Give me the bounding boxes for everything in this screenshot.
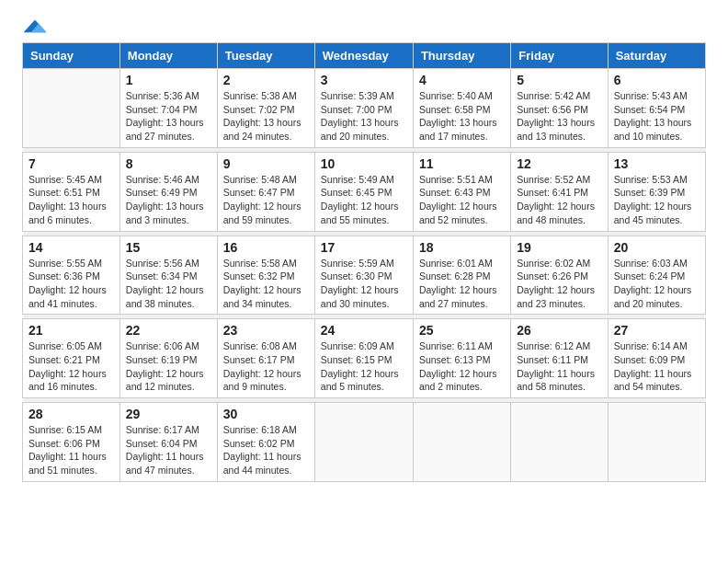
calendar-cell [413,403,510,482]
weekday-header: Tuesday [217,43,314,69]
calendar-cell [314,403,413,482]
day-number: 11 [419,156,505,171]
day-number: 13 [614,156,700,171]
logo-icon [22,18,48,35]
calendar-cell: 10Sunrise: 5:49 AMSunset: 6:45 PMDayligh… [314,152,413,231]
day-number: 20 [614,240,700,255]
calendar-week-row: 21Sunrise: 6:05 AMSunset: 6:21 PMDayligh… [23,319,706,398]
calendar-cell: 30Sunrise: 6:18 AMSunset: 6:02 PMDayligh… [217,403,314,482]
calendar-cell: 25Sunrise: 6:11 AMSunset: 6:13 PMDayligh… [413,319,510,398]
calendar-cell: 9Sunrise: 5:48 AMSunset: 6:47 PMDaylight… [217,152,314,231]
day-number: 10 [321,156,407,171]
day-info: Sunrise: 5:51 AMSunset: 6:43 PMDaylight:… [419,173,505,227]
day-info: Sunrise: 5:53 AMSunset: 6:39 PMDaylight:… [614,173,700,227]
day-number: 17 [321,240,407,255]
day-info: Sunrise: 6:14 AMSunset: 6:09 PMDaylight:… [614,339,700,394]
day-number: 1 [126,73,211,87]
day-number: 24 [321,323,407,338]
day-number: 5 [517,73,601,87]
day-number: 4 [419,73,505,87]
calendar-cell: 4Sunrise: 5:40 AMSunset: 6:58 PMDaylight… [413,69,510,148]
day-info: Sunrise: 5:55 AMSunset: 6:36 PMDaylight:… [28,257,114,311]
day-number: 18 [419,240,505,255]
day-info: Sunrise: 6:06 AMSunset: 6:19 PMDaylight:… [126,339,211,394]
calendar-header-row: SundayMondayTuesdayWednesdayThursdayFrid… [23,43,706,69]
calendar-cell [608,403,705,482]
calendar-cell: 2Sunrise: 5:38 AMSunset: 7:02 PMDaylight… [217,69,314,148]
calendar-cell: 29Sunrise: 6:17 AMSunset: 6:04 PMDayligh… [119,403,217,482]
day-number: 14 [28,240,114,255]
calendar-cell: 23Sunrise: 6:08 AMSunset: 6:17 PMDayligh… [217,319,314,398]
day-number: 8 [126,156,211,171]
calendar-cell: 17Sunrise: 5:59 AMSunset: 6:30 PMDayligh… [314,236,413,315]
calendar-cell: 22Sunrise: 6:06 AMSunset: 6:19 PMDayligh… [119,319,217,398]
calendar-cell: 20Sunrise: 6:03 AMSunset: 6:24 PMDayligh… [608,236,705,315]
calendar-cell: 8Sunrise: 5:46 AMSunset: 6:49 PMDaylight… [119,152,217,231]
weekday-header: Monday [119,43,217,69]
day-info: Sunrise: 6:05 AMSunset: 6:21 PMDaylight:… [28,339,114,394]
day-number: 28 [28,407,114,421]
day-info: Sunrise: 5:59 AMSunset: 6:30 PMDaylight:… [321,257,407,311]
calendar-cell: 21Sunrise: 6:05 AMSunset: 6:21 PMDayligh… [23,319,120,398]
day-number: 7 [28,156,114,171]
day-number: 2 [223,73,309,87]
day-number: 22 [126,323,211,338]
day-number: 16 [223,240,309,255]
day-number: 12 [517,156,601,171]
weekday-header: Wednesday [314,43,413,69]
header [22,18,706,35]
calendar-cell: 14Sunrise: 5:55 AMSunset: 6:36 PMDayligh… [23,236,120,315]
day-number: 29 [126,407,211,421]
day-number: 6 [614,73,700,87]
day-number: 21 [28,323,114,338]
calendar-cell: 1Sunrise: 5:36 AMSunset: 7:04 PMDaylight… [119,69,217,148]
day-info: Sunrise: 5:38 AMSunset: 7:02 PMDaylight:… [223,89,309,144]
day-info: Sunrise: 5:39 AMSunset: 7:00 PMDaylight:… [321,89,407,144]
calendar-cell: 6Sunrise: 5:43 AMSunset: 6:54 PMDaylight… [608,69,705,148]
day-number: 27 [614,323,700,338]
day-info: Sunrise: 5:49 AMSunset: 6:45 PMDaylight:… [321,173,407,227]
calendar-week-row: 1Sunrise: 5:36 AMSunset: 7:04 PMDaylight… [23,69,706,148]
day-number: 30 [223,407,309,421]
day-number: 3 [321,73,407,87]
day-info: Sunrise: 6:12 AMSunset: 6:11 PMDaylight:… [517,339,601,394]
calendar-cell: 15Sunrise: 5:56 AMSunset: 6:34 PMDayligh… [119,236,217,315]
day-info: Sunrise: 6:17 AMSunset: 6:04 PMDaylight:… [126,423,211,477]
day-info: Sunrise: 5:45 AMSunset: 6:51 PMDaylight:… [28,173,114,227]
calendar-cell: 18Sunrise: 6:01 AMSunset: 6:28 PMDayligh… [413,236,510,315]
calendar-cell: 12Sunrise: 5:52 AMSunset: 6:41 PMDayligh… [511,152,608,231]
day-info: Sunrise: 5:46 AMSunset: 6:49 PMDaylight:… [126,173,211,227]
day-info: Sunrise: 6:11 AMSunset: 6:13 PMDaylight:… [419,339,505,394]
calendar-week-row: 14Sunrise: 5:55 AMSunset: 6:36 PMDayligh… [23,236,706,315]
calendar-cell: 26Sunrise: 6:12 AMSunset: 6:11 PMDayligh… [511,319,608,398]
day-number: 9 [223,156,309,171]
calendar-week-row: 7Sunrise: 5:45 AMSunset: 6:51 PMDaylight… [23,152,706,231]
calendar-cell: 19Sunrise: 6:02 AMSunset: 6:26 PMDayligh… [511,236,608,315]
day-info: Sunrise: 6:09 AMSunset: 6:15 PMDaylight:… [321,339,407,394]
calendar-cell [23,69,120,148]
calendar-cell: 3Sunrise: 5:39 AMSunset: 7:00 PMDaylight… [314,69,413,148]
calendar-cell: 5Sunrise: 5:42 AMSunset: 6:56 PMDaylight… [511,69,608,148]
day-number: 23 [223,323,309,338]
calendar-cell: 13Sunrise: 5:53 AMSunset: 6:39 PMDayligh… [608,152,705,231]
day-info: Sunrise: 6:15 AMSunset: 6:06 PMDaylight:… [28,423,114,477]
weekday-header: Friday [511,43,608,69]
calendar-cell [511,403,608,482]
day-info: Sunrise: 5:56 AMSunset: 6:34 PMDaylight:… [126,257,211,311]
day-info: Sunrise: 5:52 AMSunset: 6:41 PMDaylight:… [517,173,601,227]
weekday-header: Thursday [413,43,510,69]
logo [22,18,48,35]
day-info: Sunrise: 5:42 AMSunset: 6:56 PMDaylight:… [517,89,601,144]
day-info: Sunrise: 6:18 AMSunset: 6:02 PMDaylight:… [223,423,309,477]
weekday-header: Sunday [23,43,120,69]
calendar-cell: 16Sunrise: 5:58 AMSunset: 6:32 PMDayligh… [217,236,314,315]
calendar-cell: 7Sunrise: 5:45 AMSunset: 6:51 PMDaylight… [23,152,120,231]
day-info: Sunrise: 5:36 AMSunset: 7:04 PMDaylight:… [126,89,211,144]
calendar-week-row: 28Sunrise: 6:15 AMSunset: 6:06 PMDayligh… [23,403,706,482]
day-info: Sunrise: 6:08 AMSunset: 6:17 PMDaylight:… [223,339,309,394]
calendar-cell: 11Sunrise: 5:51 AMSunset: 6:43 PMDayligh… [413,152,510,231]
day-number: 19 [517,240,601,255]
day-info: Sunrise: 6:02 AMSunset: 6:26 PMDaylight:… [517,257,601,311]
calendar-cell: 24Sunrise: 6:09 AMSunset: 6:15 PMDayligh… [314,319,413,398]
day-info: Sunrise: 5:40 AMSunset: 6:58 PMDaylight:… [419,89,505,144]
